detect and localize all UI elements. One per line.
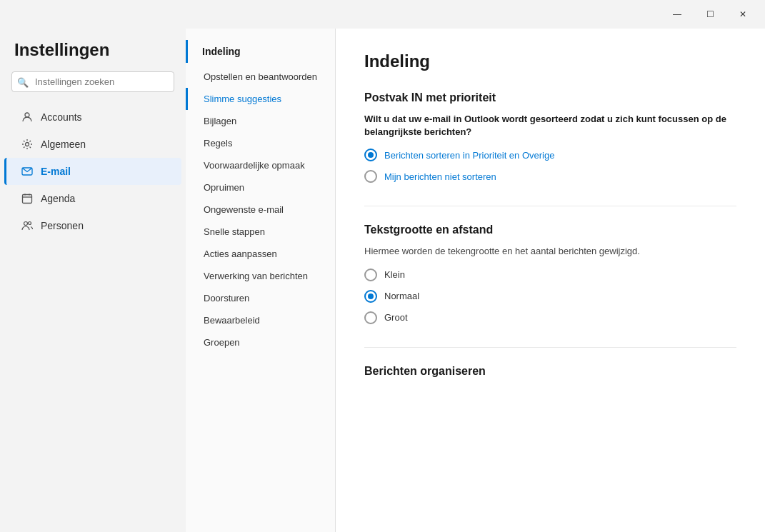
sidebar-item-personen-label: Personen (41, 220, 84, 231)
sidebar-title: Instellingen (0, 40, 186, 71)
middle-item-voorwaardelijke[interactable]: Voorwaardelijke opmaak (186, 154, 335, 176)
radio-klein[interactable]: Klein (364, 268, 736, 281)
section-postvak-in: Postvak IN met prioriteit Wilt u dat uw … (364, 91, 736, 183)
close-button[interactable]: ✕ (726, 3, 759, 26)
radio-label-normaal: Normaal (384, 291, 419, 301)
section-tekstgrootte-heading: Tekstgrootte en afstand (364, 224, 736, 236)
radio-circle-nosort (364, 170, 377, 183)
svg-point-1 (26, 143, 29, 146)
sidebar-item-agenda[interactable]: Agenda (4, 185, 181, 212)
sidebar-item-algemeen-label: Algemeen (41, 139, 86, 150)
section-tekstgrootte: Tekstgrootte en afstand Hiermee worden d… (364, 224, 736, 323)
section-berichten-organiseren: Berichten organiseren (364, 365, 736, 378)
section-postvak-heading: Postvak IN met prioriteit (364, 91, 736, 104)
middle-item-verwerking[interactable]: Verwerking van berichten (186, 265, 335, 287)
radio-label-groot: Groot (384, 312, 408, 323)
divider-2 (364, 347, 736, 348)
people-icon (21, 219, 34, 232)
sidebar-item-email[interactable]: E-mail (4, 158, 181, 185)
sidebar: Instellingen 🔍 Accounts Algem (0, 29, 186, 532)
svg-point-5 (29, 222, 31, 225)
minimize-button[interactable]: — (661, 3, 694, 26)
person-icon (21, 111, 34, 124)
sidebar-item-email-label: E-mail (41, 166, 71, 177)
radio-circle-priority (364, 149, 377, 161)
middle-item-ongewenste[interactable]: Ongewenste e-mail (186, 199, 335, 221)
radio-circle-klein (364, 268, 377, 281)
search-icon: 🔍 (17, 76, 29, 87)
radio-label-nosort: Mijn berichten niet sorteren (384, 171, 496, 182)
middle-item-slimme-suggesties[interactable]: Slimme suggesties (186, 88, 335, 110)
sidebar-item-accounts-label: Accounts (41, 111, 82, 123)
middle-item-bewaarbeleid[interactable]: Bewaarbeleid (186, 309, 335, 331)
maximize-button[interactable]: ☐ (694, 3, 726, 26)
content-panel: Indeling Postvak IN met prioriteit Wilt … (336, 29, 765, 532)
svg-point-0 (25, 113, 29, 117)
svg-point-4 (24, 222, 28, 226)
radio-circle-normaal (364, 290, 377, 303)
middle-item-acties[interactable]: Acties aanpassen (186, 243, 335, 265)
search-input[interactable] (11, 71, 174, 92)
radio-circle-groot (364, 311, 377, 324)
radio-groot[interactable]: Groot (364, 311, 736, 324)
middle-panel: Indeling Opstellen en beantwoorden Slimm… (186, 29, 336, 532)
radio-label-klein: Klein (384, 269, 405, 280)
title-bar: — ☐ ✕ (0, 0, 765, 29)
divider-1 (364, 206, 736, 206)
middle-item-bijlagen[interactable]: Bijlagen (186, 110, 335, 132)
sidebar-item-algemeen[interactable]: Algemeen (4, 131, 181, 158)
middle-item-opstellen[interactable]: Opstellen en beantwoorden (186, 66, 335, 88)
sidebar-item-personen[interactable]: Personen (4, 212, 181, 239)
content-title: Indeling (364, 51, 736, 71)
sidebar-item-accounts[interactable]: Accounts (4, 104, 181, 131)
middle-item-snelle-stappen[interactable]: Snelle stappen (186, 221, 335, 243)
middle-item-opruimen[interactable]: Opruimen (186, 176, 335, 199)
radio-normaal[interactable]: Normaal (364, 290, 736, 303)
gear-icon (21, 138, 34, 151)
radio-sort-priority[interactable]: Berichten sorteren in Prioriteit en Over… (364, 149, 736, 161)
radio-label-priority: Berichten sorteren in Prioriteit en Over… (384, 150, 554, 161)
section-berichten-heading: Berichten organiseren (364, 365, 736, 378)
section-tekstgrootte-description: Hiermee worden de tekengrootte en het aa… (364, 245, 736, 258)
app-body: Instellingen 🔍 Accounts Algem (0, 29, 765, 532)
middle-item-groepen[interactable]: Groepen (186, 331, 335, 353)
svg-rect-3 (23, 195, 32, 204)
radio-no-sort[interactable]: Mijn berichten niet sorteren (364, 170, 736, 183)
sidebar-item-agenda-label: Agenda (41, 193, 75, 204)
search-box: 🔍 (11, 71, 174, 92)
calendar-icon (21, 192, 34, 205)
section-postvak-description: Wilt u dat uw e-mail in Outlook wordt ge… (364, 113, 736, 139)
middle-section-title: Indeling (186, 40, 335, 63)
email-icon (21, 165, 34, 178)
middle-item-doorsturen[interactable]: Doorsturen (186, 287, 335, 309)
middle-item-regels[interactable]: Regels (186, 132, 335, 154)
